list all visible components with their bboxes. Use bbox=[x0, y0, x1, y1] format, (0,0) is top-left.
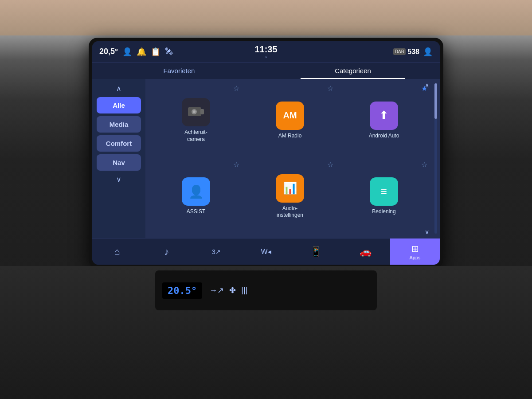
apps-grid: ☆ Achteruit-camera bbox=[145, 79, 440, 238]
app-label-audio: Audio-instellingen bbox=[277, 205, 303, 219]
star-bediening[interactable]: ☆ bbox=[421, 160, 427, 169]
fan-icon: ✤ bbox=[229, 286, 236, 295]
nav-direction-icon: W◂ bbox=[261, 247, 271, 256]
star-assist[interactable]: ☆ bbox=[233, 160, 239, 169]
tab-categorieen[interactable]: Categorieën bbox=[266, 63, 440, 79]
apps-icon: ⊞ bbox=[411, 243, 419, 254]
app-icon-assist: 👤 bbox=[182, 177, 210, 206]
gps-icon: 🛰 bbox=[165, 47, 173, 56]
app-achteruit-camera[interactable]: ☆ Achteruit-camera bbox=[149, 82, 243, 159]
home-icon: ⌂ bbox=[114, 246, 120, 258]
nav-apps[interactable]: ⊞ Apps bbox=[390, 239, 440, 265]
tab-favorieten[interactable]: Favorieten bbox=[92, 63, 266, 79]
status-bar: 20,5° 👤 🔔 📋 🛰 11:35 ⌄ DAB 538 👤 bbox=[92, 41, 440, 63]
app-icon-am-radio: AM bbox=[276, 102, 304, 130]
dab-badge: DAB bbox=[393, 48, 406, 55]
scroll-track[interactable] bbox=[434, 83, 437, 234]
controls-area: 20.5° →↗ ✤ ||| bbox=[0, 266, 532, 399]
app-label-am-radio: AM Radio bbox=[278, 133, 302, 140]
nav-phone[interactable]: 📱 bbox=[291, 239, 340, 265]
sidebar-btn-media[interactable]: Media bbox=[97, 116, 141, 133]
star-android-auto[interactable]: ★ bbox=[421, 84, 427, 93]
music-icon: ♪ bbox=[164, 246, 169, 258]
app-android-auto[interactable]: ★ ⬆ Android Auto bbox=[337, 82, 431, 159]
grid-chevron-down[interactable]: ∨ bbox=[425, 228, 429, 235]
nav-car[interactable]: 🚗 bbox=[340, 239, 390, 265]
profile-icon: 👤 bbox=[423, 47, 433, 57]
nav-navigation[interactable]: W◂ bbox=[241, 239, 291, 265]
app-icon-android-auto: ⬆ bbox=[370, 102, 398, 130]
nav-home[interactable]: ⌂ bbox=[92, 239, 142, 265]
radio-info: DAB 538 bbox=[393, 48, 419, 56]
main-content: ∧ Alle Media Comfort Nav ∨ ∧ ☆ bbox=[92, 79, 440, 238]
svg-rect-1 bbox=[200, 109, 204, 114]
background-wall bbox=[0, 0, 532, 35]
sidebar-btn-nav[interactable]: Nav bbox=[97, 154, 141, 171]
svg-point-3 bbox=[193, 110, 196, 113]
sidebar: ∧ Alle Media Comfort Nav ∨ bbox=[92, 79, 145, 238]
climate-temperature: 20.5° bbox=[162, 282, 202, 299]
status-right: DAB 538 👤 bbox=[283, 47, 433, 57]
tab-bar: Favorieten Categorieën bbox=[92, 63, 440, 79]
star-audio[interactable]: ☆ bbox=[327, 160, 333, 169]
climate-panel: 20.5° →↗ ✤ ||| bbox=[155, 270, 377, 310]
time-display: 11:35 bbox=[254, 45, 277, 54]
app-label-achteruit: Achteruit-camera bbox=[184, 129, 207, 143]
app-assist[interactable]: ☆ 👤 ASSIST bbox=[149, 159, 243, 235]
document-icon: 📋 bbox=[151, 47, 160, 57]
apps-label: Apps bbox=[409, 255, 420, 260]
sidebar-btn-alle[interactable]: Alle bbox=[97, 97, 141, 113]
app-label-android-auto: Android Auto bbox=[369, 133, 399, 140]
fan-level-icon: ||| bbox=[241, 286, 247, 295]
app-icon-achteruit bbox=[182, 98, 210, 126]
user-icon: 👤 bbox=[122, 47, 132, 57]
nav-climate[interactable]: 3↗ bbox=[192, 239, 241, 265]
app-label-assist: ASSIST bbox=[187, 208, 206, 215]
car-icon: 🚗 bbox=[360, 246, 372, 258]
star-achteruit[interactable]: ☆ bbox=[233, 84, 239, 93]
climate-icons: →↗ ✤ ||| bbox=[209, 286, 247, 295]
app-icon-audio: 📊 bbox=[276, 174, 304, 203]
app-icon-bediening: ≡ bbox=[370, 177, 398, 206]
sidebar-up-arrow[interactable]: ∧ bbox=[114, 82, 123, 94]
bell-icon: 🔔 bbox=[137, 47, 146, 57]
apps-area: ∧ ☆ bbox=[145, 79, 440, 238]
radio-station: 538 bbox=[407, 48, 419, 56]
fan-arrow-icon: →↗ bbox=[209, 286, 224, 295]
phone-icon: 📱 bbox=[310, 246, 322, 258]
app-label-bediening: Bediening bbox=[372, 208, 395, 215]
sidebar-btn-comfort[interactable]: Comfort bbox=[97, 135, 141, 152]
time-chevron[interactable]: ⌄ bbox=[264, 54, 268, 59]
climate-icon: 3↗ bbox=[212, 248, 221, 255]
screen-bezel: 20,5° 👤 🔔 📋 🛰 11:35 ⌄ DAB 538 👤 bbox=[89, 38, 443, 268]
star-am-radio[interactable]: ☆ bbox=[327, 84, 333, 93]
status-left: 20,5° 👤 🔔 📋 🛰 bbox=[99, 47, 249, 57]
main-screen: 20,5° 👤 🔔 📋 🛰 11:35 ⌄ DAB 538 👤 bbox=[92, 41, 440, 265]
app-bediening[interactable]: ☆ ≡ Bediening bbox=[337, 159, 431, 235]
nav-music[interactable]: ♪ bbox=[142, 239, 192, 265]
temperature-display: 20,5° bbox=[99, 47, 118, 56]
sidebar-down-arrow[interactable]: ∨ bbox=[114, 173, 123, 185]
dashboard: 20,5° 👤 🔔 📋 🛰 11:35 ⌄ DAB 538 👤 bbox=[0, 0, 532, 399]
status-center: 11:35 ⌄ bbox=[254, 45, 277, 59]
scroll-thumb bbox=[434, 83, 437, 119]
bottom-nav: ⌂ ♪ 3↗ W◂ 📱 🚗 ⊞ Apps bbox=[92, 238, 440, 265]
app-audio-instellingen[interactable]: ☆ 📊 Audio-instellingen bbox=[243, 159, 337, 235]
app-am-radio[interactable]: ☆ AM AM Radio bbox=[243, 82, 337, 159]
